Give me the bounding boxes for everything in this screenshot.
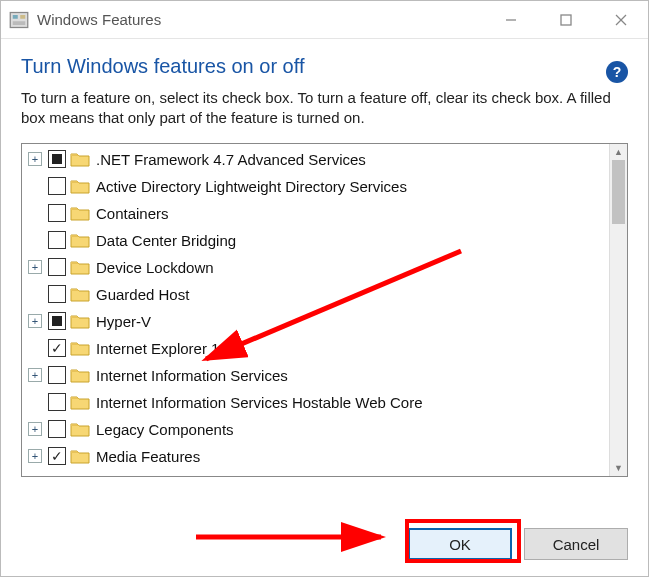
svg-rect-3 bbox=[13, 21, 26, 25]
feature-checkbox[interactable] bbox=[48, 420, 66, 438]
feature-label: Active Directory Lightweight Directory S… bbox=[96, 178, 407, 195]
scrollbar-vertical[interactable]: ▲ ▼ bbox=[609, 144, 627, 476]
titlebar: Windows Features bbox=[1, 1, 648, 39]
svg-rect-0 bbox=[10, 12, 28, 27]
help-icon[interactable]: ? bbox=[606, 61, 628, 83]
feature-label: Legacy Components bbox=[96, 421, 234, 438]
feature-checkbox[interactable] bbox=[48, 339, 66, 357]
feature-label: Internet Information Services Hostable W… bbox=[96, 394, 423, 411]
feature-item[interactable]: +Hyper-V bbox=[22, 308, 609, 335]
folder-icon bbox=[70, 340, 90, 356]
description-text: To turn a feature on, select its check b… bbox=[21, 88, 628, 129]
maximize-button[interactable] bbox=[538, 1, 593, 39]
feature-label: Guarded Host bbox=[96, 286, 189, 303]
feature-item[interactable]: Internet Information Services Hostable W… bbox=[22, 389, 609, 416]
features-treeview[interactable]: +.NET Framework 4.7 Advanced ServicesAct… bbox=[21, 143, 628, 477]
feature-checkbox[interactable] bbox=[48, 258, 66, 276]
feature-item[interactable]: +Media Features bbox=[22, 443, 609, 470]
feature-checkbox[interactable] bbox=[48, 393, 66, 411]
feature-label: Media Features bbox=[96, 448, 200, 465]
feature-item[interactable]: +.NET Framework 4.7 Advanced Services bbox=[22, 146, 609, 173]
feature-item[interactable]: Active Directory Lightweight Directory S… bbox=[22, 173, 609, 200]
folder-icon bbox=[70, 178, 90, 194]
feature-label: Internet Information Services bbox=[96, 367, 288, 384]
feature-item[interactable]: Containers bbox=[22, 200, 609, 227]
feature-checkbox[interactable] bbox=[48, 366, 66, 384]
folder-icon bbox=[70, 394, 90, 410]
scroll-down-arrow-icon[interactable]: ▼ bbox=[610, 460, 627, 476]
page-heading: Turn Windows features on or off bbox=[21, 55, 304, 78]
folder-icon bbox=[70, 421, 90, 437]
feature-checkbox[interactable] bbox=[48, 204, 66, 222]
minimize-button[interactable] bbox=[483, 1, 538, 39]
expand-icon[interactable]: + bbox=[28, 260, 42, 274]
feature-checkbox[interactable] bbox=[48, 285, 66, 303]
feature-label: Internet Explorer 11 bbox=[96, 340, 228, 357]
scrollbar-thumb[interactable] bbox=[612, 160, 625, 224]
folder-icon bbox=[70, 313, 90, 329]
feature-label: .NET Framework 4.7 Advanced Services bbox=[96, 151, 366, 168]
ok-button[interactable]: OK bbox=[408, 528, 512, 560]
expand-icon[interactable]: + bbox=[28, 449, 42, 463]
cancel-button[interactable]: Cancel bbox=[524, 528, 628, 560]
feature-item[interactable]: Guarded Host bbox=[22, 281, 609, 308]
window-title: Windows Features bbox=[37, 11, 483, 28]
annotation-arrow-2 bbox=[191, 517, 411, 557]
feature-checkbox[interactable] bbox=[48, 312, 66, 330]
expand-icon[interactable]: + bbox=[28, 368, 42, 382]
windows-features-dialog: Windows Features Turn Windows features o… bbox=[0, 0, 649, 577]
expand-icon[interactable]: + bbox=[28, 314, 42, 328]
feature-item[interactable]: +Legacy Components bbox=[22, 416, 609, 443]
feature-label: Containers bbox=[96, 205, 169, 222]
folder-icon bbox=[70, 448, 90, 464]
folder-icon bbox=[70, 151, 90, 167]
expand-icon[interactable]: + bbox=[28, 152, 42, 166]
feature-item[interactable]: +Device Lockdown bbox=[22, 254, 609, 281]
app-icon bbox=[9, 10, 29, 30]
feature-label: Data Center Bridging bbox=[96, 232, 236, 249]
folder-icon bbox=[70, 367, 90, 383]
close-button[interactable] bbox=[593, 1, 648, 39]
svg-rect-2 bbox=[20, 15, 25, 19]
feature-checkbox[interactable] bbox=[48, 150, 66, 168]
feature-label: Hyper-V bbox=[96, 313, 151, 330]
feature-checkbox[interactable] bbox=[48, 177, 66, 195]
feature-item[interactable]: Internet Explorer 11 bbox=[22, 335, 609, 362]
folder-icon bbox=[70, 205, 90, 221]
feature-item[interactable]: Data Center Bridging bbox=[22, 227, 609, 254]
feature-label: Device Lockdown bbox=[96, 259, 214, 276]
feature-checkbox[interactable] bbox=[48, 447, 66, 465]
feature-checkbox[interactable] bbox=[48, 231, 66, 249]
scroll-up-arrow-icon[interactable]: ▲ bbox=[610, 144, 627, 160]
folder-icon bbox=[70, 232, 90, 248]
feature-item[interactable]: +Internet Information Services bbox=[22, 362, 609, 389]
folder-icon bbox=[70, 286, 90, 302]
expand-icon[interactable]: + bbox=[28, 422, 42, 436]
folder-icon bbox=[70, 259, 90, 275]
svg-rect-5 bbox=[561, 15, 571, 25]
svg-rect-1 bbox=[13, 15, 18, 19]
